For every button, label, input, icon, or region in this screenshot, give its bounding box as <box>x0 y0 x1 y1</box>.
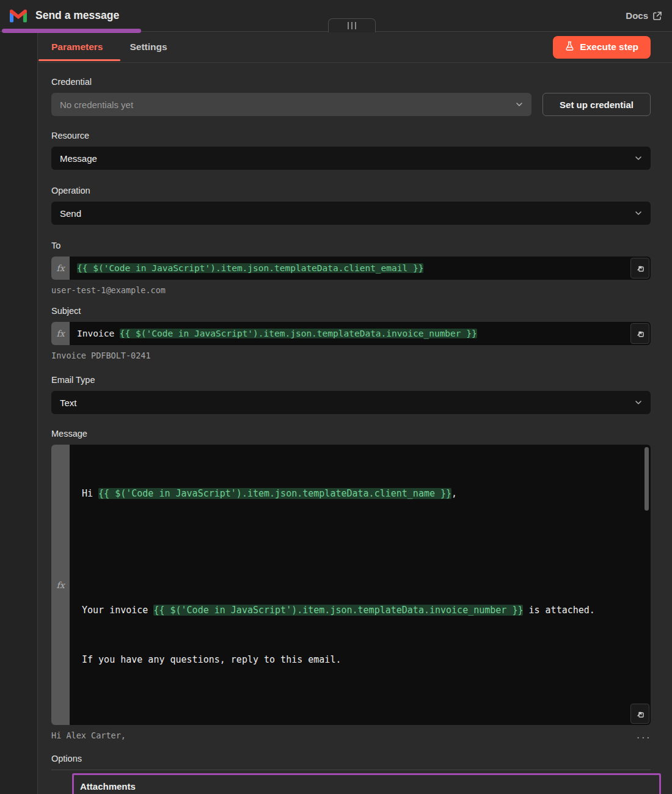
message-evaluated-preview: Hi Alex Carter, ... <box>51 730 651 740</box>
tab-bar: Parameters Settings Execute step <box>38 32 672 63</box>
node-settings-panel: Parameters Settings Execute step Credent… <box>38 32 672 794</box>
credential-placeholder: No credentials yet <box>60 100 133 110</box>
open-expression-editor-icon[interactable] <box>630 704 649 724</box>
subject-expression-input[interactable]: Invoice {{ $('Code in JavaScript').item.… <box>70 322 651 345</box>
open-expression-editor-icon[interactable] <box>630 323 649 344</box>
tab-parameters[interactable]: Parameters <box>51 42 103 53</box>
email-type-select[interactable]: Text <box>51 391 651 414</box>
to-evaluated-preview: user-test-1@example.com <box>51 285 651 295</box>
node-title: Send a message <box>35 9 119 22</box>
docs-link[interactable]: Docs <box>626 10 662 21</box>
subject-evaluated-preview: Invoice PDFBOLT-0241 <box>51 351 651 360</box>
operation-select[interactable]: Send <box>51 202 651 225</box>
credential-select[interactable]: No credentials yet <box>51 93 531 116</box>
flask-icon <box>565 41 574 53</box>
parameters-form: Credential No credentials yet Set up cre… <box>38 63 672 794</box>
external-link-icon <box>652 11 662 21</box>
subject-label: Subject <box>51 306 651 316</box>
options-label: Options <box>51 754 651 763</box>
chevron-down-icon <box>634 398 643 409</box>
ellipsis-icon: ... <box>636 730 651 740</box>
chevron-down-icon <box>634 209 643 219</box>
execute-step-button[interactable]: Execute step <box>553 36 651 59</box>
setup-credential-button[interactable]: Set up credential <box>542 93 651 116</box>
resource-value: Message <box>60 153 97 164</box>
active-tab-underline <box>38 59 120 61</box>
resource-label: Resource <box>51 131 651 140</box>
operation-value: Send <box>60 208 81 219</box>
resource-select[interactable]: Message <box>51 147 651 170</box>
to-expression-field[interactable]: fx {{ $('Code in JavaScript').item.json.… <box>51 257 651 280</box>
operation-label: Operation <box>51 186 651 195</box>
chevron-down-icon <box>515 100 524 111</box>
fx-icon: fx <box>51 322 70 345</box>
open-expression-editor-icon[interactable] <box>630 258 649 279</box>
input-panel-edge <box>0 32 38 794</box>
node-progress-bar <box>2 29 141 33</box>
email-type-label: Email Type <box>51 375 651 385</box>
email-type-value: Text <box>60 398 77 408</box>
message-line-2: Your invoice {{ $('Code in JavaScript').… <box>82 602 626 619</box>
credential-label: Credential <box>51 77 651 87</box>
tab-settings[interactable]: Settings <box>130 42 167 53</box>
fx-icon: fx <box>51 445 70 725</box>
message-line-1: Hi {{ $('Code in JavaScript').item.json.… <box>82 486 626 502</box>
to-expression-input[interactable]: {{ $('Code in JavaScript').item.json.tem… <box>70 257 651 280</box>
chevron-down-icon <box>634 154 643 164</box>
attachments-title: Attachments <box>78 781 651 792</box>
message-expression-input[interactable]: Hi {{ $('Code in JavaScript').item.json.… <box>70 445 651 725</box>
attachments-annotation-box: Attachments Attachment Field Name The na… <box>72 773 661 794</box>
options-divider <box>51 770 651 770</box>
message-expression-field[interactable]: fx Hi {{ $('Code in JavaScript').item.js… <box>51 445 651 725</box>
message-label: Message <box>51 429 651 439</box>
to-label: To <box>51 241 651 250</box>
gmail-icon <box>10 9 27 23</box>
message-line-3: If you have any questions, reply to this… <box>82 652 626 668</box>
panel-drag-handle[interactable] <box>328 18 376 32</box>
subject-expression-field[interactable]: fx Invoice {{ $('Code in JavaScript').it… <box>51 322 651 345</box>
fx-icon: fx <box>51 257 70 280</box>
scrollbar-thumb[interactable] <box>645 447 649 511</box>
